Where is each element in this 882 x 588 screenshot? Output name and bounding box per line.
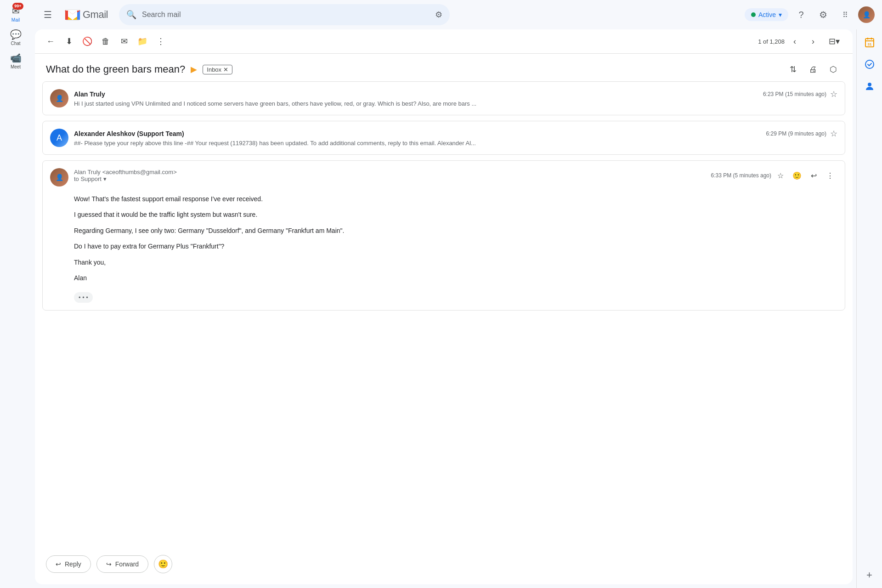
chevron-down-icon[interactable]: ▾ bbox=[103, 175, 107, 182]
message-header: 👤 Alan Truly <aceofthumbs@gmail.com> bbox=[50, 168, 837, 187]
message-time-row: 6:23 PM (15 minutes ago) ☆ bbox=[763, 89, 837, 99]
message-meta: Alexander Aleshkov (Support Team) 6:29 P… bbox=[74, 129, 837, 147]
move-button[interactable]: 📁 bbox=[134, 33, 151, 50]
email-subject: What do the green bars mean? bbox=[46, 63, 185, 75]
add-app-button[interactable]: + bbox=[860, 566, 879, 584]
search-bar[interactable]: 🔍 ⚙ bbox=[119, 4, 450, 25]
help-button[interactable]: ? bbox=[792, 6, 810, 24]
emoji-reaction-button[interactable]: 🙂 bbox=[790, 168, 804, 183]
ellipsis-icon: • • • bbox=[79, 294, 88, 301]
body-line-3: Regarding Germany, I see only two: Germa… bbox=[74, 226, 837, 236]
email-subject-bar: What do the green bars mean? ▶ Inbox ✕ ⇅… bbox=[35, 54, 853, 81]
print-button[interactable]: 🖨 bbox=[805, 61, 821, 78]
message-preview: ##- Please type your reply above this li… bbox=[74, 140, 837, 147]
apps-button[interactable]: ⠿ bbox=[836, 6, 854, 24]
body-line-2: I guessed that it would be the traffic l… bbox=[74, 209, 837, 220]
mail-badge: 99+ bbox=[12, 3, 23, 10]
delete-button[interactable]: 🗑 bbox=[97, 33, 114, 50]
inbox-tag[interactable]: Inbox ✕ bbox=[203, 65, 232, 74]
mail-icon: ✉ 99+ bbox=[12, 6, 20, 17]
meet-label: Meet bbox=[11, 64, 21, 69]
body-line-6: Alan bbox=[74, 273, 837, 283]
dropdown-chevron-icon: ▾ bbox=[779, 11, 782, 18]
main-wrapper: ☰ bbox=[31, 0, 882, 588]
gmail-logo-svg bbox=[64, 6, 81, 23]
message-sender: Alexander Aleshkov (Support Team) bbox=[74, 130, 184, 137]
toggle-expand-button[interactable]: ⇅ bbox=[785, 61, 801, 78]
subject-actions: ⇅ 🖨 ⬡ bbox=[785, 61, 842, 78]
to-label[interactable]: to Support ▾ bbox=[74, 175, 177, 182]
body-line-1: Wow! That's the fastest support email re… bbox=[74, 194, 837, 204]
avatar-alan: 👤 bbox=[50, 89, 68, 107]
message-time-row: 6:29 PM (9 minutes ago) ☆ bbox=[766, 129, 837, 139]
message-item-expanded: 👤 Alan Truly <aceofthumbs@gmail.com> bbox=[42, 160, 845, 311]
reply-label: Reply bbox=[65, 560, 81, 568]
message-preview: Hi I just started using VPN Unlimited an… bbox=[74, 100, 837, 107]
sidebar-item-mail[interactable]: ✉ 99+ Mail bbox=[3, 4, 28, 25]
star-expanded-button[interactable]: ☆ bbox=[773, 168, 788, 183]
next-email-button[interactable]: › bbox=[805, 33, 821, 50]
right-sidebar: 31 + bbox=[856, 29, 882, 588]
reply-button[interactable]: ↩ Reply bbox=[46, 555, 91, 573]
message-item[interactable]: 👤 Alan Truly 6:23 PM (15 minutes ago) ☆ … bbox=[42, 81, 845, 115]
archive-button[interactable]: ⬇ bbox=[61, 33, 77, 50]
nav-arrows: ‹ › bbox=[786, 33, 821, 50]
mark-button[interactable]: ✉ bbox=[116, 33, 132, 50]
active-dot bbox=[751, 12, 756, 17]
avatar[interactable]: 👤 bbox=[858, 6, 875, 23]
message-meta-expanded: Alan Truly <aceofthumbs@gmail.com> to Su… bbox=[74, 168, 837, 183]
chat-icon: 💬 bbox=[10, 29, 22, 40]
new-window-button[interactable]: ⬡ bbox=[825, 61, 842, 78]
reply-message-button[interactable]: ↩ bbox=[806, 168, 821, 183]
emoji-reply-button[interactable]: 🙂 bbox=[154, 555, 172, 573]
tasks-icon bbox=[864, 59, 875, 70]
gmail-logo: Gmail bbox=[64, 6, 108, 23]
forward-button[interactable]: ↪ Forward bbox=[96, 555, 148, 573]
star-button[interactable]: ☆ bbox=[830, 129, 837, 139]
message-item[interactable]: A Alexander Aleshkov (Support Team) 6:29… bbox=[42, 121, 845, 155]
svg-point-13 bbox=[868, 83, 871, 86]
meet-icon: 📹 bbox=[10, 52, 22, 63]
search-input[interactable] bbox=[142, 11, 430, 19]
settings-button[interactable]: ⚙ bbox=[814, 6, 832, 24]
topbar-right: Active ▾ ? ⚙ ⠿ 👤 bbox=[745, 6, 875, 24]
sidebar-item-chat[interactable]: 💬 Chat bbox=[3, 27, 28, 49]
more-message-button[interactable]: ⋮ bbox=[823, 168, 837, 183]
more-button[interactable]: ⋮ bbox=[153, 33, 169, 50]
prev-email-button[interactable]: ‹ bbox=[786, 33, 803, 50]
mail-label: Mail bbox=[11, 17, 20, 23]
search-icon: 🔍 bbox=[126, 10, 136, 20]
message-meta: Alan Truly 6:23 PM (15 minutes ago) ☆ Hi… bbox=[74, 89, 837, 107]
chat-label: Chat bbox=[11, 41, 20, 46]
forward-icon: ↪ bbox=[106, 560, 112, 568]
message-time: 6:29 PM (9 minutes ago) bbox=[766, 130, 826, 137]
reply-bar: ↩ Reply ↪ Forward 🙂 bbox=[35, 548, 853, 584]
body-line-4: Do I have to pay extra for Germany Plus … bbox=[74, 241, 837, 251]
tasks-sidebar-button[interactable] bbox=[860, 55, 879, 74]
close-tag-icon[interactable]: ✕ bbox=[223, 66, 228, 73]
active-status-button[interactable]: Active ▾ bbox=[745, 8, 788, 21]
svg-text:31: 31 bbox=[867, 42, 871, 46]
star-button[interactable]: ☆ bbox=[830, 89, 837, 99]
messages-container: 👤 Alan Truly 6:23 PM (15 minutes ago) ☆ … bbox=[35, 81, 853, 548]
left-nav: ✉ 99+ Mail 💬 Chat 📹 Meet bbox=[0, 0, 31, 588]
back-button[interactable]: ← bbox=[42, 33, 59, 50]
expand-quoted-button[interactable]: • • • bbox=[74, 292, 93, 303]
message-time: 6:23 PM (15 minutes ago) bbox=[763, 91, 826, 97]
content-area: ← ⬇ 🚫 🗑 ✉ 📁 ⋮ 1 of 1,208 ‹ › ⊟▾ What do … bbox=[31, 29, 882, 588]
view-options-button[interactable]: ⊟▾ bbox=[823, 33, 845, 50]
report-button[interactable]: 🚫 bbox=[79, 33, 96, 50]
body-line-5: Thank you, bbox=[74, 257, 837, 267]
svg-point-12 bbox=[865, 60, 874, 68]
message-header: A Alexander Aleshkov (Support Team) 6:29… bbox=[50, 129, 837, 147]
contacts-sidebar-button[interactable] bbox=[860, 77, 879, 96]
avatar-alex: A bbox=[50, 129, 68, 147]
active-label: Active bbox=[758, 11, 776, 18]
message-sender: Alan Truly bbox=[74, 90, 105, 98]
filter-icon[interactable]: ⚙ bbox=[435, 10, 442, 20]
hamburger-button[interactable]: ☰ bbox=[39, 6, 57, 24]
sidebar-item-meet[interactable]: 📹 Meet bbox=[3, 51, 28, 72]
calendar-sidebar-button[interactable]: 31 bbox=[860, 33, 879, 51]
person-icon bbox=[864, 81, 875, 92]
topbar: ☰ bbox=[31, 0, 882, 29]
